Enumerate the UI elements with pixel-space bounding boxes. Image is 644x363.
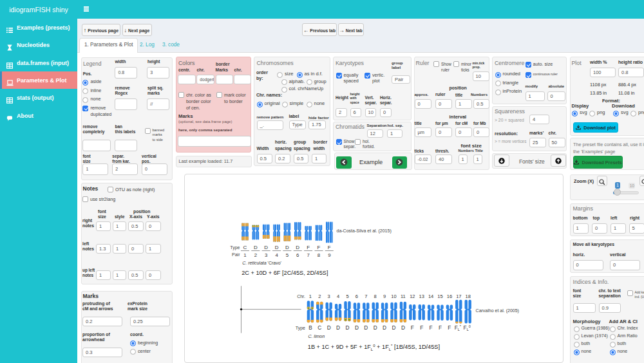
svg-text:F: F: [411, 324, 414, 331]
svg-text:7: 7: [307, 252, 309, 258]
svg-text:2: 2: [318, 293, 321, 299]
svg-text:D: D: [346, 324, 350, 331]
svg-text:9: 9: [383, 293, 386, 299]
svg-text:D: D: [374, 324, 377, 331]
svg-text:12: 12: [410, 293, 415, 299]
svg-text:F: F: [328, 245, 331, 250]
svg-text:14: 14: [428, 293, 433, 299]
svg-text:2: 2: [254, 252, 257, 258]
svg-text:8: 8: [317, 252, 320, 258]
svg-text:D: D: [355, 324, 359, 331]
svg-text:C. limon: C. limon: [308, 334, 325, 339]
svg-text:6: 6: [355, 293, 358, 299]
svg-text:3: 3: [265, 252, 267, 258]
svg-text:F: F: [317, 245, 321, 250]
svg-text:C. reticulata 'Cravo': C. reticulata 'Cravo': [242, 261, 281, 265]
svg-text:8: 8: [374, 293, 377, 299]
svg-text:4: 4: [275, 252, 278, 258]
svg-text:4: 4: [337, 293, 339, 299]
svg-text:Pair: Pair: [232, 252, 240, 257]
svg-text:Carvalho et al. (2005): Carvalho et al. (2005): [476, 308, 519, 313]
svg-text:D: D: [383, 324, 386, 331]
svg-text:F: F: [420, 324, 423, 331]
svg-text:2C + 10D + 6F [2C/45S, 2D/45S]: 2C + 10D + 6F [2C/45S, 2D/45S]: [242, 270, 328, 276]
svg-text:D: D: [296, 245, 299, 250]
svg-text:FL*: FL*: [455, 324, 462, 331]
svg-text:Chr.: Chr.: [297, 294, 305, 299]
svg-text:D: D: [275, 245, 279, 250]
svg-text:10: 10: [391, 293, 396, 299]
svg-text:B: B: [308, 324, 312, 331]
svg-text:18: 18: [466, 293, 471, 299]
svg-text:F: F: [448, 324, 451, 331]
svg-text:D: D: [364, 324, 368, 331]
svg-text:3: 3: [328, 293, 330, 299]
svg-text:da-Costa-Silva et al. (2015): da-Costa-Silva et al. (2015): [337, 228, 392, 234]
svg-text:9: 9: [328, 252, 330, 258]
svg-text:C: C: [317, 324, 321, 331]
svg-text:Type: Type: [296, 326, 305, 331]
svg-text:7: 7: [365, 293, 367, 299]
svg-text:F: F: [439, 324, 442, 331]
svg-text:5: 5: [346, 293, 348, 299]
svg-text:D: D: [401, 324, 405, 331]
svg-text:15: 15: [437, 293, 442, 299]
svg-text:17: 17: [456, 293, 461, 299]
svg-text:1: 1: [309, 293, 312, 299]
svg-text:13: 13: [419, 293, 424, 299]
svg-text:C: C: [243, 245, 247, 250]
svg-text:1B + 1C + 9D + 5F + 1FL0 + 1FL: 1B + 1C + 9D + 5F + 1FL0 + 1FL* [1B/45S,…: [308, 344, 440, 351]
svg-text:D: D: [285, 245, 289, 250]
svg-text:D: D: [254, 245, 258, 250]
svg-text:D: D: [264, 245, 268, 250]
svg-text:1: 1: [243, 252, 246, 258]
svg-text:Type: Type: [230, 245, 240, 250]
svg-text:D: D: [327, 324, 331, 331]
svg-text:5: 5: [286, 252, 289, 258]
svg-text:6: 6: [296, 252, 299, 258]
svg-text:D: D: [336, 324, 340, 331]
svg-text:16: 16: [447, 293, 452, 299]
svg-text:F: F: [307, 245, 310, 250]
svg-text:FL0: FL0: [464, 324, 471, 331]
svg-text:F: F: [430, 324, 433, 331]
svg-text:11: 11: [401, 293, 406, 299]
svg-text:D: D: [392, 324, 396, 331]
